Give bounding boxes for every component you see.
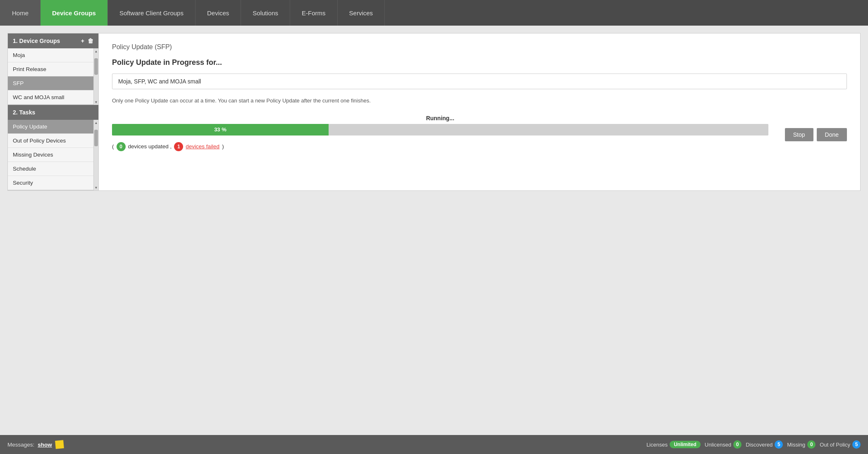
device-groups-list-wrapper: Moja Print Release SFP WC and MOJA small… xyxy=(8,48,98,105)
sidebar-item-out-of-policy[interactable]: Out of Policy Devices xyxy=(8,134,93,148)
missing-label: Missing xyxy=(787,442,805,448)
licenses-badge: Unlimited xyxy=(670,441,701,448)
sidebar-item-sfp[interactable]: SFP xyxy=(8,76,93,90)
status-bar: Messages: show Licenses Unlimited Unlice… xyxy=(0,435,868,454)
nav-services[interactable]: Services xyxy=(338,0,385,26)
tasks-list-wrapper: Policy Update Out of Policy Devices Miss… xyxy=(8,120,98,190)
tasks-scroll-up-arrow[interactable]: ▲ xyxy=(94,120,99,126)
sidebar-item-wc-moja-small[interactable]: WC and MOJA small xyxy=(8,90,93,105)
sidebar-item-missing-devices[interactable]: Missing Devices xyxy=(8,148,93,162)
unlicensed-count: 0 xyxy=(733,440,742,449)
missing-count: 0 xyxy=(807,440,816,449)
sidebar-item-print-release[interactable]: Print Release xyxy=(8,62,93,76)
tasks-scroll-down-arrow[interactable]: ▼ xyxy=(94,185,99,190)
add-group-icon[interactable]: + xyxy=(81,38,84,44)
tasks-scrollbar: ▲ ▼ xyxy=(93,120,98,190)
sidebar-section1-icons: + 🗑 xyxy=(81,38,93,44)
out-of-policy-label: Out of Policy xyxy=(820,442,850,448)
sidebar-section2-title: 2. Tasks xyxy=(13,109,35,116)
messages-label: Messages: xyxy=(7,442,34,448)
tasks-list: Policy Update Out of Policy Devices Miss… xyxy=(8,120,93,190)
devices-updated-badge: 0 xyxy=(117,142,126,151)
tasks-items: Policy Update Out of Policy Devices Miss… xyxy=(8,120,93,190)
scroll-track xyxy=(94,54,98,99)
out-of-policy-item: Out of Policy 5 xyxy=(820,440,861,449)
policy-groups-text: Moja, SFP, WC and MOJA small xyxy=(118,78,201,85)
status-bar-left: Messages: show xyxy=(7,440,640,449)
sidebar-section1-title: 1. Device Groups xyxy=(13,38,60,44)
tasks-scroll-thumb xyxy=(94,130,98,146)
device-groups-list: Moja Print Release SFP WC and MOJA small xyxy=(8,48,93,105)
licenses-label: Licenses xyxy=(646,442,668,448)
sidebar-item-security[interactable]: Security xyxy=(8,176,93,190)
scroll-up-arrow[interactable]: ▲ xyxy=(94,48,99,54)
progress-left: Running... 33 % ( 0 devices updated , 1 … xyxy=(112,115,768,151)
stop-button[interactable]: Stop xyxy=(785,128,813,141)
show-link[interactable]: show xyxy=(38,442,52,448)
content-area: 1. Device Groups + 🗑 Moja Print Release … xyxy=(7,33,861,191)
main-wrapper: 1. Device Groups + 🗑 Moja Print Release … xyxy=(0,26,868,435)
licenses-item: Licenses Unlimited xyxy=(646,441,701,448)
progress-buttons: Stop Done xyxy=(785,128,847,141)
devices-failed-badge: 1 xyxy=(174,142,183,151)
main-panel: Policy Update (SFP) Policy Update in Pro… xyxy=(99,33,860,190)
devices-status: ( 0 devices updated , 1 devices failed ) xyxy=(112,142,768,151)
nav-eforms[interactable]: E-Forms xyxy=(290,0,338,26)
missing-item: Missing 0 xyxy=(787,440,816,449)
scroll-thumb xyxy=(94,58,98,75)
devices-failed-link[interactable]: devices failed xyxy=(186,143,219,150)
discovered-label: Discovered xyxy=(746,442,773,448)
panel-title: Policy Update (SFP) xyxy=(112,43,847,51)
sidebar-item-moja[interactable]: Moja xyxy=(8,48,93,62)
progress-label: Running... xyxy=(112,115,768,121)
sidebar: 1. Device Groups + 🗑 Moja Print Release … xyxy=(8,33,99,190)
progress-bar-fill: 33 % xyxy=(112,124,329,135)
progress-section: Running... 33 % ( 0 devices updated , 1 … xyxy=(112,115,847,151)
nav-software-client-groups[interactable]: Software Client Groups xyxy=(108,0,196,26)
nav-home[interactable]: Home xyxy=(0,0,41,26)
paren-open: ( xyxy=(112,143,114,150)
sidebar-item-schedule[interactable]: Schedule xyxy=(8,162,93,176)
scroll-down-arrow[interactable]: ▼ xyxy=(94,99,99,105)
devices-updated-label: devices updated , xyxy=(128,143,172,150)
sidebar-section2-header: 2. Tasks xyxy=(8,105,98,120)
nav-device-groups[interactable]: Device Groups xyxy=(41,0,108,26)
top-navigation: Home Device Groups Software Client Group… xyxy=(0,0,868,26)
progress-percent-text: 33 % xyxy=(214,126,227,133)
sidebar-section1-header: 1. Device Groups + 🗑 xyxy=(8,33,98,48)
paren-close: ) xyxy=(222,143,224,150)
discovered-count: 5 xyxy=(775,440,783,449)
delete-group-icon[interactable]: 🗑 xyxy=(88,38,93,44)
policy-note: Only one Policy Update can occur at a ti… xyxy=(112,97,847,105)
status-bar-right: Licenses Unlimited Unlicensed 0 Discover… xyxy=(646,440,861,449)
device-groups-items: Moja Print Release SFP WC and MOJA small xyxy=(8,48,93,105)
unlicensed-label: Unlicensed xyxy=(705,442,731,448)
sidebar-item-policy-update[interactable]: Policy Update xyxy=(8,120,93,134)
done-button[interactable]: Done xyxy=(817,128,847,141)
out-of-policy-count: 5 xyxy=(852,440,861,449)
nav-devices[interactable]: Devices xyxy=(196,0,241,26)
panel-subtitle: Policy Update in Progress for... xyxy=(112,58,847,67)
progress-bar-container: 33 % xyxy=(112,124,768,135)
note-icon[interactable] xyxy=(55,440,64,449)
tasks-scroll-track xyxy=(94,126,98,185)
device-groups-scrollbar: ▲ ▼ xyxy=(93,48,98,105)
discovered-item: Discovered 5 xyxy=(746,440,783,449)
policy-groups-box: Moja, SFP, WC and MOJA small xyxy=(112,74,847,89)
nav-solutions[interactable]: Solutions xyxy=(241,0,290,26)
unlicensed-item: Unlicensed 0 xyxy=(705,440,742,449)
